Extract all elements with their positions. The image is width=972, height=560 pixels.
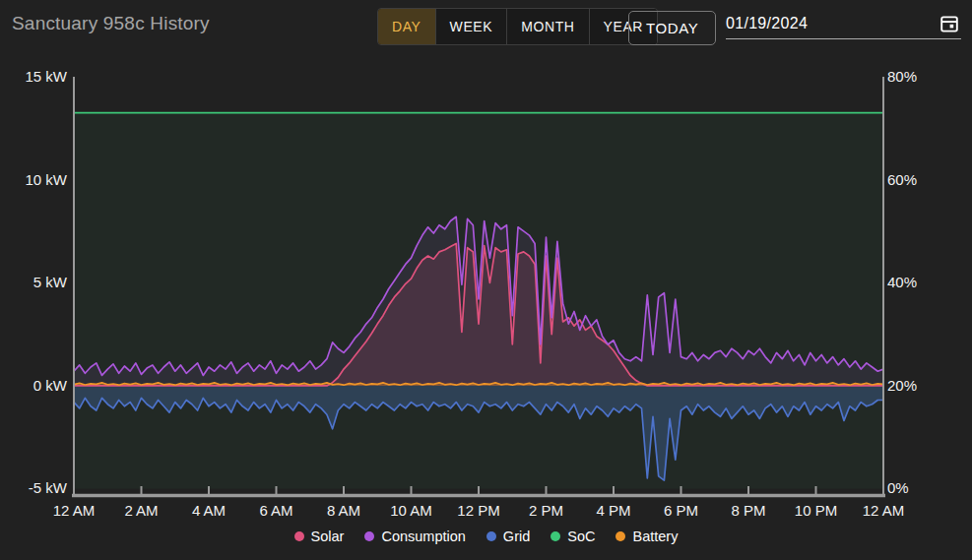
right-axis-tick-label: 80% [887,68,917,85]
calendar-icon[interactable] [940,14,959,33]
history-chart: 15 kW 10 kW 5 kW 0 kW -5 kW 80% 60% 40% … [0,0,972,560]
x-axis-tick-label: 10 AM [390,502,432,519]
x-axis-tick-label: 12 PM [457,502,499,519]
x-axis-tick-label: 8 PM [731,502,765,519]
consumption-dot-icon [364,531,374,541]
right-axis-tick-label: 20% [887,377,917,394]
x-axis-tick-label: 4 AM [192,502,226,519]
x-axis-tick-label: 6 PM [664,502,698,519]
tab-day[interactable]: DAY [378,9,435,44]
x-axis-tick-label: 12 AM [863,502,905,519]
x-axis-tick-label: 12 AM [53,502,96,519]
left-axis-tick-label: 10 kW [25,171,67,188]
date-input[interactable]: 01/19/2024 [726,9,961,39]
range-tab-group: DAY WEEK MONTH YEAR [377,8,658,45]
x-axis-tick-label: 4 PM [596,502,630,519]
legend-item-solar[interactable]: Solar [294,529,345,544]
x-axis-tick-label: 10 PM [795,502,837,519]
legend-label: Grid [503,529,530,544]
plot-area[interactable] [74,77,883,495]
tab-week[interactable]: WEEK [435,9,507,44]
left-axis-tick-label: 15 kW [25,68,67,85]
x-axis-tick-label: 2 PM [529,502,563,519]
page-title: Sanctuary 958c History [12,13,210,34]
legend-item-soc[interactable]: SoC [551,529,595,544]
left-axis-tick-label: 0 kW [33,377,68,394]
left-axis-tick-label: -5 kW [29,479,68,496]
grid-dot-icon [486,531,496,541]
legend-item-grid[interactable]: Grid [486,529,530,544]
battery-dot-icon [616,531,625,541]
right-axis-tick-label: 60% [887,171,917,188]
date-value[interactable]: 01/19/2024 [726,15,808,32]
x-axis-tick-label: 2 AM [124,502,158,519]
x-axis-tick-label: 6 AM [259,502,292,519]
chart-legend: Solar Consumption Grid SoC Battery [0,529,972,544]
legend-label: Consumption [381,529,465,544]
left-axis-tick-label: 5 kW [33,274,68,290]
legend-label: Solar [311,529,345,544]
tab-month[interactable]: MONTH [506,9,588,44]
solar-dot-icon [294,531,304,541]
right-axis-tick-label: 40% [887,274,917,290]
today-button[interactable]: TODAY [628,11,716,45]
legend-label: SoC [567,529,595,544]
right-axis-tick-label: 0% [887,479,909,496]
soc-dot-icon [551,531,560,541]
x-axis-tick-label: 8 AM [327,502,360,519]
legend-label: Battery [632,529,678,544]
legend-item-consumption[interactable]: Consumption [364,529,465,544]
legend-item-battery[interactable]: Battery [616,529,678,544]
